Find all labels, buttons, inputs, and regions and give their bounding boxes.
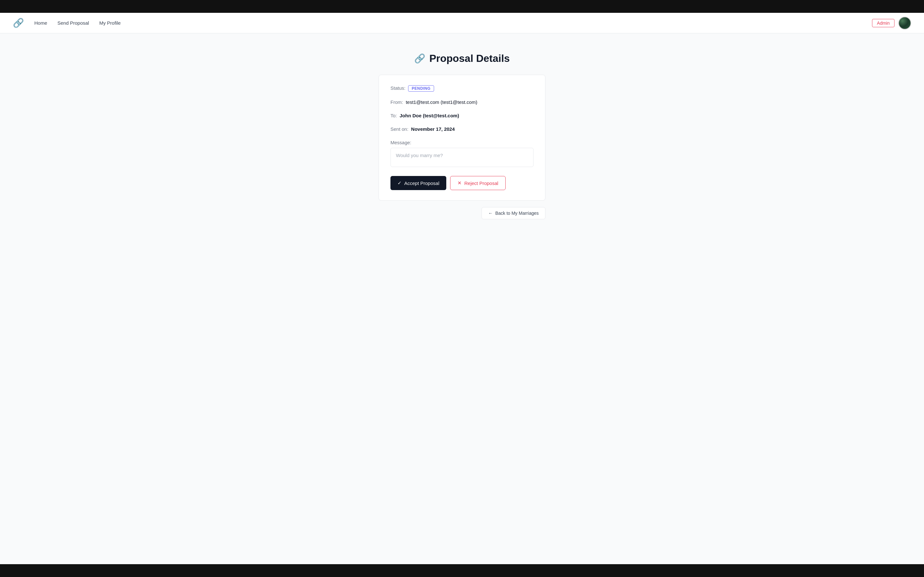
checkmark-icon: ✓ bbox=[397, 180, 402, 186]
page-title-icon: 🔗 bbox=[414, 53, 425, 64]
navbar-left: 🔗 Home Send Proposal My Profile bbox=[13, 18, 121, 28]
x-icon: ✕ bbox=[457, 180, 462, 186]
top-bar bbox=[0, 0, 924, 13]
sent-value: November 17, 2024 bbox=[411, 126, 455, 132]
reject-button[interactable]: ✕ Reject Proposal bbox=[450, 176, 506, 190]
logo-icon[interactable]: 🔗 bbox=[13, 18, 24, 28]
back-button[interactable]: ← Back to My Marriages bbox=[481, 207, 545, 219]
proposal-card: Status: PENDING From: test1@test.com (te… bbox=[379, 75, 545, 201]
back-label: Back to My Marriages bbox=[495, 211, 539, 216]
sent-label: Sent on: bbox=[391, 126, 409, 132]
page-title-text: Proposal Details bbox=[429, 53, 510, 64]
from-value: test1@test.com (test1@test.com) bbox=[406, 99, 477, 105]
bottom-bar bbox=[0, 564, 924, 577]
sent-row: Sent on: November 17, 2024 bbox=[391, 126, 533, 132]
actions-row: ✓ Accept Proposal ✕ Reject Proposal bbox=[391, 176, 533, 190]
admin-badge: Admin bbox=[872, 19, 895, 27]
status-badge: PENDING bbox=[408, 85, 434, 92]
arrow-left-icon: ← bbox=[488, 211, 493, 216]
nav-send-proposal[interactable]: Send Proposal bbox=[57, 20, 89, 26]
to-label: To: bbox=[391, 113, 397, 118]
message-box: Would you marry me? bbox=[391, 148, 533, 167]
page-title: 🔗 Proposal Details bbox=[414, 53, 510, 64]
from-label: From: bbox=[391, 99, 403, 105]
accept-button[interactable]: ✓ Accept Proposal bbox=[391, 176, 446, 190]
to-value: John Doe (test@test.com) bbox=[399, 113, 459, 118]
message-label: Message: bbox=[391, 140, 533, 145]
status-row: Status: PENDING bbox=[391, 85, 533, 92]
status-label: Status: bbox=[391, 85, 405, 91]
to-row: To: John Doe (test@test.com) bbox=[391, 113, 533, 119]
main-content: 🔗 Proposal Details Status: PENDING From:… bbox=[0, 33, 924, 564]
from-row: From: test1@test.com (test1@test.com) bbox=[391, 99, 533, 105]
nav-my-profile[interactable]: My Profile bbox=[99, 20, 121, 26]
reject-label: Reject Proposal bbox=[464, 181, 498, 186]
nav-home[interactable]: Home bbox=[34, 20, 47, 26]
navbar-right: Admin bbox=[872, 17, 911, 29]
message-row: Message: Would you marry me? bbox=[391, 140, 533, 167]
back-link-container: ← Back to My Marriages bbox=[379, 207, 545, 219]
avatar bbox=[898, 17, 911, 29]
accept-label: Accept Proposal bbox=[404, 181, 439, 186]
navbar: 🔗 Home Send Proposal My Profile Admin bbox=[0, 13, 924, 33]
